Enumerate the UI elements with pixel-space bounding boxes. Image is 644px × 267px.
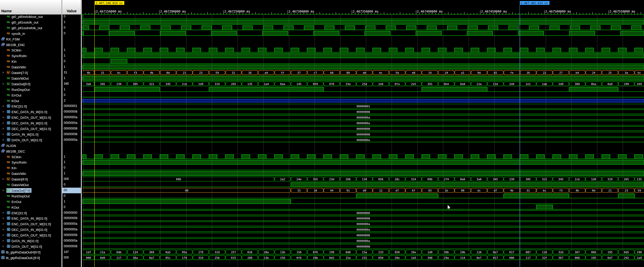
expander-icon[interactable]: >	[2, 216, 4, 220]
signal-name-cell[interactable]: KIn	[6, 166, 18, 170]
signal-name-cell[interactable]: cDEC_DATA_OUT_W[31:0]	[6, 126, 52, 131]
signal-name-cell[interactable]: cENC_DATA_IN_W[31:0]	[6, 216, 48, 221]
signal-row-DEC_DATA_IN_W[31:0][interactable]: >cDEC_DATA_IN_W[31:0]	[0, 227, 61, 232]
signal-row-SClkIn[interactable]: SClkIn	[0, 47, 61, 53]
signal-row-ALIGN[interactable]: ALIGN	[0, 143, 61, 148]
signal-name-cell[interactable]: DataIn[7:0]	[6, 70, 29, 75]
signal-row-ENC[31:0][interactable]: >cENC[31:0]	[0, 103, 61, 109]
expander-icon[interactable]: >	[2, 127, 4, 130]
signal-name-cell[interactable]: DataVldOut	[6, 183, 30, 187]
signal-name-cell[interactable]: ALIGN	[1, 143, 17, 148]
signal-row-DEC_DATA_OUT_W[31:0][interactable]: >cDEC_DATA_OUT_W[31:0]	[0, 232, 61, 238]
signal-row-KIn[interactable]: KIn	[0, 165, 61, 171]
expander-icon[interactable]: >	[2, 244, 4, 248]
signal-name-cell[interactable]: DataVldIn	[6, 65, 27, 69]
signal-row-RunDispOut[interactable]: RunDispOut	[0, 87, 61, 92]
signal-name-cell[interactable]: cENC_DATA_OUT_W[31:0]	[6, 115, 52, 120]
signal-name-cell[interactable]: ErrOut	[6, 93, 22, 98]
signal-row-ENC_DATA_OUT_W[31:0][interactable]: >cENC_DATA_OUT_W[31:0]	[0, 221, 61, 227]
signal-row-DataVldOut[interactable]: DataVldOut	[0, 76, 61, 81]
signal-name-cell[interactable]: cENC_DATA_OUT_W[31:0]	[6, 222, 52, 226]
signal-row-ENC[31:0][interactable]: >cENC[31:0]	[0, 210, 61, 216]
signal-row-DATA_IN_W[31:0][interactable]: >cDATA_IN_W[31:0]	[0, 132, 61, 137]
signal-name-cell[interactable]: cDATA_IN_W[31:0]	[6, 132, 39, 137]
signal-row-8B10B_ENC[interactable]: 8B10B_ENC	[0, 42, 61, 48]
waveform-canvas[interactable]: 2.467150000 ms2.467200000 ms2.467250000 …	[0, 0, 644, 267]
signal-row-DataIn[7:0][interactable]: >DataIn[7:0]	[0, 70, 61, 76]
signal-row-DATA_IN_W[31:0][interactable]: >cDATA_IN_W[31:0]	[0, 238, 61, 244]
signal-name-cell[interactable]: SyncRstIn	[6, 54, 28, 58]
signal-row-SyncRstIn[interactable]: SyncRstIn	[0, 53, 61, 59]
signal-row-KOut[interactable]: KOut	[0, 98, 61, 104]
signal-name-cell[interactable]: KOut	[6, 205, 20, 210]
expander-icon[interactable]: >	[2, 71, 4, 74]
value-wave-divider[interactable]	[81, 0, 82, 267]
signal-name-cell[interactable]: cENC[31:0]	[6, 211, 28, 215]
signal-row-KIn[interactable]: KIn	[0, 59, 61, 64]
signal-name-cell[interactable]: cENC_DATA_IN_W[31:0]	[6, 110, 48, 114]
signal-name-cell[interactable]: KIn	[6, 59, 18, 64]
signal-name-cell[interactable]: gt0_pll1outrefclk_out	[6, 26, 43, 30]
signal-row-ErrOut[interactable]: ErrOut	[0, 92, 61, 98]
expander-icon[interactable]: >	[2, 121, 4, 125]
signal-row-SClkIn[interactable]: SClkIn	[0, 154, 61, 160]
expander-icon[interactable]: >	[2, 239, 4, 242]
signal-row-tb_gtpRxDataOutH[9:0][interactable]: ctb_gtpRxDataOutH[9:0]	[0, 249, 61, 255]
signal-name-cell[interactable]: SyncRstIn	[6, 160, 28, 165]
name-value-divider[interactable]	[61, 0, 62, 267]
signal-name-cell[interactable]: RunDispOut	[6, 194, 31, 198]
signal-row-DataOut[9:0][interactable]: >DataOut[9:0]	[0, 81, 61, 87]
signal-name-cell[interactable]: DataIn[9:0]	[6, 177, 29, 181]
signal-name-cell[interactable]: gt0_pll0refclklost_out	[6, 14, 44, 19]
signal-name-cell[interactable]: sysclk_in	[6, 31, 26, 36]
signal-name-cell[interactable]: cENC[31:0]	[6, 104, 28, 109]
signal-row-DEC_DATA_OUT_W[31:0][interactable]: >cDEC_DATA_OUT_W[31:0]	[0, 126, 61, 132]
signal-name-cell[interactable]: cDEC_DATA_IN_W[31:0]	[6, 227, 48, 232]
signal-name-cell[interactable]: DataOut[7:0]	[6, 188, 31, 193]
signal-row-gt0_pll0refclklost_out[interactable]: gt0_pll0refclklost_out	[0, 14, 61, 19]
signal-row-sysclk_in[interactable]: sysclk_in	[0, 31, 61, 36]
signal-row-DataVldOut[interactable]: DataVldOut	[0, 182, 61, 188]
signal-row-8B10B_DEC[interactable]: 8B10B_DEC	[0, 148, 61, 154]
signal-row-gt0_pll1outrefclk_out[interactable]: gt0_pll1outrefclk_out	[0, 25, 61, 31]
expander-icon[interactable]: >	[2, 115, 4, 119]
signal-row-DataOut[7:0][interactable]: >DataOut[7:0]	[0, 188, 61, 193]
signal-name-cell[interactable]: RX_FSM	[1, 37, 21, 41]
signal-row-DataVldIn[interactable]: DataVldIn	[0, 64, 61, 70]
signal-name-cell[interactable]: cDEC_DATA_OUT_W[31:0]	[6, 233, 52, 238]
signal-row-DATA_OUT_W[31:0][interactable]: >cDATA_OUT_W[31:0]	[0, 137, 61, 143]
signal-name-cell[interactable]: gt0_pll1outclk_out	[6, 20, 39, 25]
signal-name-cell[interactable]: DataVldIn	[6, 171, 27, 176]
signal-name-cell[interactable]: 8B10B_ENC	[1, 42, 26, 47]
signal-row-ENC_DATA_OUT_W[31:0][interactable]: >cENC_DATA_OUT_W[31:0]	[0, 115, 61, 120]
expander-icon[interactable]: >	[2, 222, 4, 226]
signal-row-RX_FSM[interactable]: RX_FSM	[0, 36, 61, 42]
signal-row-SyncRstIn[interactable]: SyncRstIn	[0, 159, 61, 165]
expander-icon[interactable]: >	[2, 177, 4, 181]
signal-name-cell[interactable]: 8B10B_DEC	[1, 149, 26, 154]
expander-icon[interactable]: >	[2, 104, 4, 108]
expander-icon[interactable]: >	[2, 188, 4, 192]
signal-row-DataVldIn[interactable]: DataVldIn	[0, 171, 61, 176]
expander-icon[interactable]: >	[2, 132, 4, 136]
signal-row-ErrOut[interactable]: ErrOut	[0, 199, 61, 205]
signal-name-cell[interactable]: cDEC_DATA_IN_W[31:0]	[6, 121, 48, 125]
signal-name-cell[interactable]: cDATA_IN_W[31:0]	[6, 239, 39, 243]
signal-row-DEC_DATA_IN_W[31:0][interactable]: >cDEC_DATA_IN_W[31:0]	[0, 120, 61, 126]
signal-name-cell[interactable]: DataOut[9:0]	[6, 82, 31, 86]
expander-icon[interactable]: >	[2, 211, 4, 215]
signal-name-cell[interactable]: KOut	[6, 99, 20, 103]
expander-icon[interactable]: >	[2, 228, 4, 231]
expander-icon[interactable]: >	[2, 138, 4, 142]
signal-row-ENC_DATA_IN_W[31:0][interactable]: >cENC_DATA_IN_W[31:0]	[0, 109, 61, 115]
signal-name-cell[interactable]: ErrOut	[6, 199, 22, 204]
signal-name-cell[interactable]: RunDispOut	[6, 87, 31, 92]
signal-row-gt0_pll1outclk_out[interactable]: gt0_pll1outclk_out	[0, 19, 61, 25]
signal-row-KOut[interactable]: KOut	[0, 205, 61, 210]
signal-name-cell[interactable]: cDATA_OUT_W[31:0]	[6, 244, 43, 249]
signal-name-cell[interactable]: SClkIn	[6, 155, 22, 159]
signal-row-tb_gtpRxDataOutL[9:0][interactable]: ctb_gtpRxDataOutL[9:0]	[0, 255, 61, 261]
expander-icon[interactable]: >	[2, 82, 4, 86]
signal-name-cell[interactable]: ctb_gtpRxDataOutH[9:0]	[1, 250, 41, 254]
signal-name-cell[interactable]: SClkIn	[6, 48, 22, 52]
